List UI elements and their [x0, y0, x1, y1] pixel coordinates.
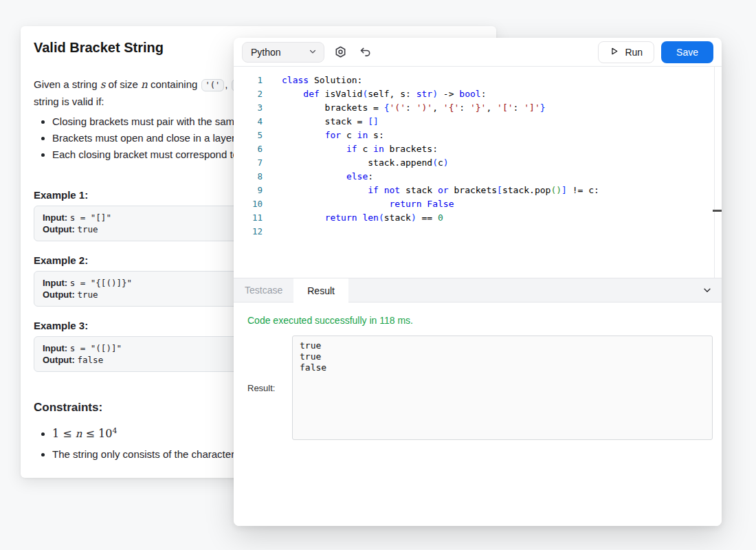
text-run	[282, 171, 346, 182]
text-run: stack =	[282, 116, 368, 126]
text-run: The string only consists of the characte…	[52, 448, 243, 460]
text-run: if	[368, 185, 379, 195]
line-number: 5	[234, 129, 263, 142]
text-run: ,	[486, 102, 497, 113]
text-run: {	[384, 102, 390, 113]
text-run: [	[497, 185, 502, 195]
line-number: 10	[234, 197, 263, 211]
code-line: 4 stack = []	[234, 115, 722, 129]
line-number: 3	[234, 101, 263, 115]
code-text: return len(stack) == 0	[263, 211, 443, 225]
text-run	[282, 212, 325, 223]
text-run: 4	[112, 426, 117, 435]
code-text: if c in brackets:	[263, 142, 438, 156]
text-run: []	[368, 116, 379, 126]
reset-code-icon[interactable]	[356, 43, 374, 61]
line-number: 7	[234, 156, 263, 170]
text-run: != c:	[567, 185, 599, 195]
save-button-label: Save	[676, 47, 698, 58]
code-line: 12	[234, 225, 722, 239]
code-text: stack.append(c)	[263, 156, 449, 170]
text-run: stack.append	[282, 157, 432, 168]
code-text: if not stack or brackets[stack.pop()] !=…	[263, 184, 599, 197]
settings-icon[interactable]	[331, 43, 349, 61]
text-run: bool	[459, 89, 480, 99]
text-run: '{'	[443, 102, 459, 113]
run-button-label: Run	[625, 47, 643, 58]
save-button[interactable]: Save	[661, 41, 713, 63]
text-run: brackets =	[282, 102, 384, 113]
text-run: False	[427, 199, 454, 209]
text-run: len	[362, 212, 378, 223]
code-line: 10 return False	[234, 197, 722, 211]
tab-testcase[interactable]: Testcase	[234, 278, 293, 302]
line-number: 9	[234, 184, 263, 197]
text-run: c	[341, 130, 357, 140]
text-run: brackets	[449, 185, 497, 195]
text-run: ==	[416, 212, 438, 223]
text-run: c	[438, 157, 443, 168]
example-io-label: Output:	[43, 224, 78, 234]
code-text: else:	[263, 170, 373, 184]
code-text: class Solution:	[263, 74, 362, 87]
text-run	[282, 89, 303, 99]
tab-result[interactable]: Result	[293, 278, 348, 302]
code-text: brackets = {'(': ')', '{': '}', '[': ']'…	[263, 101, 546, 115]
text-run	[282, 144, 346, 154]
play-icon	[610, 47, 619, 58]
line-number: 12	[234, 225, 263, 239]
language-select[interactable]: Python	[242, 42, 324, 63]
text-run: else	[346, 171, 368, 182]
text-run: ()	[551, 185, 562, 195]
example-io-label: Output:	[43, 355, 78, 365]
code-text	[263, 225, 282, 239]
text-run: n	[141, 78, 148, 91]
run-button[interactable]: Run	[598, 41, 654, 63]
result-panel: Code executed successfully in 118 ms. Re…	[234, 302, 722, 526]
code-line: 9 if not stack or brackets[stack.pop()] …	[234, 184, 722, 197]
code-line: 8 else:	[234, 170, 722, 184]
text-run: str	[416, 89, 432, 99]
text-run: '['	[497, 102, 513, 113]
code-line: 5 for c in s:	[234, 129, 722, 142]
example-io-label: Input:	[43, 343, 70, 353]
text-run: n	[76, 428, 82, 440]
text-run: for	[325, 130, 341, 140]
text-run: stack.pop	[502, 185, 551, 195]
example-io-label: Input:	[43, 278, 70, 288]
text-run: Solution:	[309, 75, 362, 85]
example-io-value: false	[78, 355, 104, 365]
text-run: stack	[400, 185, 438, 195]
code-line: 6 if c in brackets:	[234, 142, 722, 156]
text-run: :	[481, 89, 487, 99]
text-run: Given a string	[34, 78, 100, 90]
text-run: return	[390, 199, 422, 209]
text-run: '}'	[470, 102, 486, 113]
code-line: 7 stack.append(c)	[234, 156, 722, 170]
text-run: :	[405, 102, 416, 113]
example-io-value: s = "[]"	[70, 212, 111, 223]
code-text: return False	[263, 197, 454, 211]
inline-code-chip: '('	[201, 79, 225, 91]
text-run: ,	[225, 78, 230, 90]
text-run: c	[357, 144, 373, 154]
text-run: (	[432, 157, 438, 168]
text-run	[282, 199, 390, 209]
collapse-panel-icon[interactable]	[702, 278, 712, 302]
text-run: of size	[105, 78, 141, 90]
text-run: 1 ≤	[52, 427, 76, 440]
code-editor[interactable]: 1class Solution:2 def isValid(self, s: s…	[234, 67, 722, 278]
text-run: or	[438, 185, 449, 195]
line-number: 8	[234, 170, 263, 184]
result-output[interactable]: true true false	[292, 336, 713, 440]
chevron-down-icon	[309, 47, 317, 58]
text-run: ,	[432, 102, 443, 113]
line-number: 1	[234, 74, 263, 87]
text-run: }	[540, 102, 546, 113]
line-number: 2	[234, 87, 263, 101]
execution-status: Code executed successfully in 118 ms.	[247, 315, 713, 326]
code-text: stack = []	[263, 115, 379, 129]
code-line: 1class Solution:	[234, 74, 722, 87]
code-text: for c in s:	[263, 129, 384, 142]
code-lines: 1class Solution:2 def isValid(self, s: s…	[234, 67, 722, 239]
